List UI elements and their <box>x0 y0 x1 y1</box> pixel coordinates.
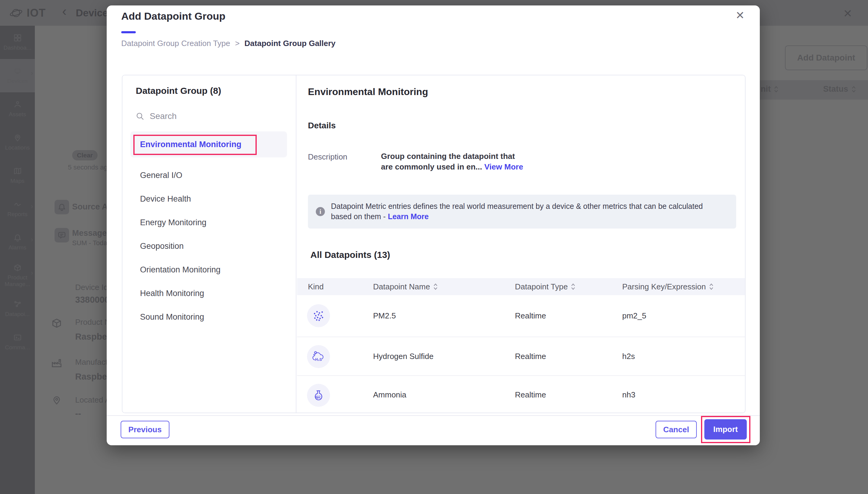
group-item-general-io[interactable]: General I/O <box>130 164 287 187</box>
table-row-pm25[interactable]: PM2.5 Realtime pm2_5 <box>297 295 745 337</box>
breadcrumb-separator: > <box>235 39 239 48</box>
gallery-card: Datapoint Group (8) Environmental Monito… <box>122 75 745 413</box>
previous-button[interactable]: Previous <box>121 421 169 438</box>
column-header-parsing-key[interactable]: Parsing Key/Expression <box>622 278 714 295</box>
sort-icon[interactable] <box>433 283 438 290</box>
description-value: Group containing the datapoint that are … <box>381 151 523 172</box>
column-header-datapoint-type[interactable]: Datapoint Type <box>515 278 576 295</box>
info-banner-text: Datapoint Metric entries defines the rea… <box>331 201 725 222</box>
datapoint-name-cell: Hydrogen Sulfide <box>373 337 433 375</box>
sort-icon[interactable] <box>571 283 576 290</box>
kind-cell <box>307 304 330 327</box>
group-heading: Environmental Monitoring <box>308 86 428 97</box>
svg-text:H₂S: H₂S <box>315 358 322 362</box>
table-row-ammonia[interactable]: NH₃ Ammonia Realtime nh3 <box>297 375 745 413</box>
group-item-energy-monitoring[interactable]: Energy Monitoring <box>130 211 287 234</box>
learn-more-link[interactable]: Learn More <box>388 212 429 221</box>
info-icon: i <box>316 207 325 216</box>
import-button[interactable]: Import <box>704 419 747 439</box>
datapoint-name-cell: PM2.5 <box>373 295 396 337</box>
group-item-health-monitoring[interactable]: Health Monitoring <box>130 282 287 305</box>
group-item-environmental-monitoring[interactable]: Environmental Monitoring <box>130 131 287 157</box>
view-more-link[interactable]: View More <box>484 162 523 171</box>
column-header-datapoint-name[interactable]: Datapoint Name <box>373 278 438 295</box>
datapoints-table-header: Kind Datapoint Name Datapoint Type Parsi… <box>297 278 745 295</box>
kind-cell: H₂S <box>307 345 330 368</box>
h2s-cloud-icon: H₂S <box>311 349 326 364</box>
datapoint-name-cell: Ammonia <box>373 376 406 413</box>
sort-icon[interactable] <box>709 283 714 290</box>
column-header-kind: Kind <box>308 278 324 295</box>
cancel-button[interactable]: Cancel <box>655 421 697 438</box>
group-list-heading: Datapoint Group (8) <box>136 86 221 96</box>
svg-text:NH₃: NH₃ <box>315 396 322 399</box>
footer-divider <box>107 415 760 416</box>
datapoint-group-list-panel: Datapoint Group (8) Environmental Monito… <box>123 75 296 413</box>
screen: IOT ‹ Devices ✕ Dashboa... Devices › Ass… <box>0 0 868 494</box>
search-input[interactable] <box>149 111 264 121</box>
nh3-flask-icon: NH₃ <box>311 388 326 403</box>
pm25-particles-icon <box>311 308 326 323</box>
group-list: General I/O Device Health Energy Monitor… <box>130 164 287 329</box>
add-datapoint-group-dialog: Add Datapoint Group Datapoint Group Crea… <box>107 5 760 445</box>
breadcrumb-step-gallery: Datapoint Group Gallery <box>245 39 336 48</box>
info-banner: i Datapoint Metric entries defines the r… <box>308 195 736 229</box>
group-details-panel: Environmental Monitoring Details Descrip… <box>297 75 745 413</box>
dialog-title: Add Datapoint Group <box>121 10 225 22</box>
parsing-key-cell: nh3 <box>622 376 635 413</box>
datapoint-type-cell: Realtime <box>515 337 546 375</box>
close-icon[interactable]: ✕ <box>734 10 746 21</box>
search-icon <box>136 112 144 120</box>
breadcrumb: Datapoint Group Creation Type > Datapoin… <box>121 39 336 48</box>
datapoint-type-cell: Realtime <box>515 376 546 413</box>
table-row-hydrogen-sulfide[interactable]: H₂S Hydrogen Sulfide Realtime h2s <box>297 337 745 375</box>
details-heading: Details <box>308 121 336 131</box>
group-search <box>136 111 281 121</box>
all-datapoints-heading: All Datapoints (13) <box>310 250 390 260</box>
group-item-geoposition[interactable]: Geoposition <box>130 234 287 258</box>
group-item-orientation-monitoring[interactable]: Orientation Monitoring <box>130 258 287 282</box>
parsing-key-cell: h2s <box>622 337 635 375</box>
kind-cell: NH₃ <box>307 384 330 407</box>
group-item-sound-monitoring[interactable]: Sound Monitoring <box>130 305 287 329</box>
datapoint-type-cell: Realtime <box>515 295 546 337</box>
group-item-device-health[interactable]: Device Health <box>130 187 287 211</box>
parsing-key-cell: pm2_5 <box>622 295 647 337</box>
title-accent-bar <box>121 31 136 33</box>
description-label: Description <box>308 152 347 162</box>
breadcrumb-step-creation-type[interactable]: Datapoint Group Creation Type <box>121 39 230 48</box>
